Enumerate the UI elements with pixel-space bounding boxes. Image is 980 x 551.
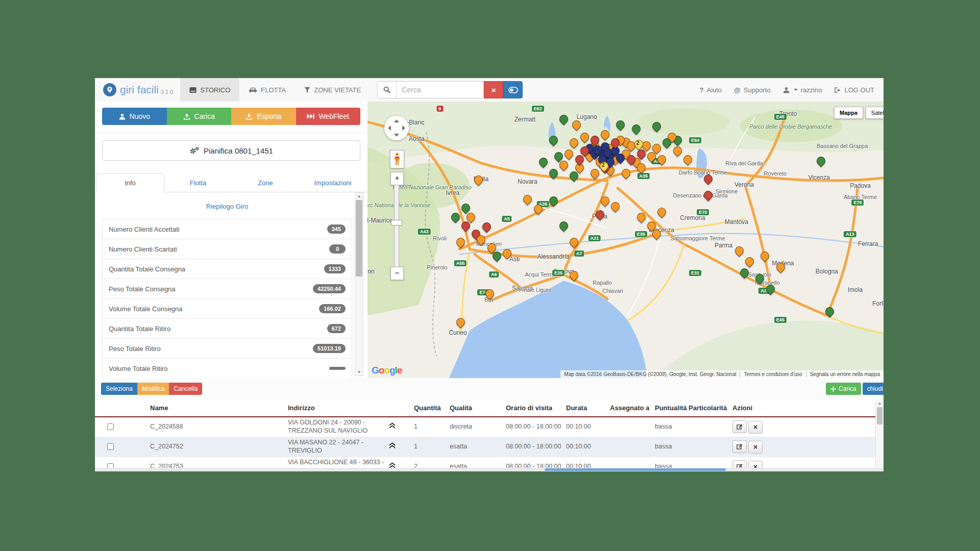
table-scrollbar-thumb[interactable]	[877, 407, 883, 424]
nav-tab-storico[interactable]: STORICO	[180, 78, 239, 102]
logout-button[interactable]: LOG OUT	[828, 78, 880, 102]
delete-row-button[interactable]: ×	[748, 441, 763, 454]
delete-row-button[interactable]: ×	[748, 461, 763, 468]
map-type-satellite[interactable]: Satellite	[866, 107, 884, 119]
gears-icon	[189, 146, 200, 155]
priority-chevrons-icon[interactable]	[388, 464, 396, 468]
edit-row-button[interactable]	[732, 440, 747, 453]
map-canvas[interactable]: Mont-BlancZermattLuganoTrentoAostaBiella…	[368, 102, 884, 378]
pan-left-icon[interactable]	[388, 126, 391, 131]
row-duration: 00:10:00	[566, 463, 591, 468]
road-shield: E64	[689, 137, 701, 143]
user-menu[interactable]: razzino	[777, 78, 828, 102]
scrollbar-thumb[interactable]	[356, 200, 362, 277]
horizontal-scrollbar[interactable]	[95, 468, 884, 471]
search-input[interactable]	[397, 82, 483, 98]
scroll-down-icon[interactable]: ▼	[355, 369, 363, 375]
scroll-up-icon[interactable]: ▲	[355, 193, 363, 199]
row-checkbox[interactable]	[107, 443, 114, 450]
table-row[interactable]: C_2024752VIA MASANO 22 - 24047 - TREVIGL…	[95, 437, 884, 457]
pan-down-icon[interactable]	[394, 134, 399, 137]
tab-zone[interactable]: Zone	[232, 173, 299, 192]
stat-label: Volume Totale Consegna	[109, 305, 182, 313]
row-duration: 00:10:00	[566, 423, 591, 430]
attribution-text[interactable]: Map data ©2016 GeoBasis-DE/BKG (©2009), …	[560, 371, 740, 377]
road-shield: A43	[418, 229, 431, 235]
search-clear-button[interactable]: ×	[484, 81, 503, 98]
carica-table-button[interactable]: Carica	[826, 383, 861, 395]
row-address: VIA MASANO 22 - 24047 - TREVIGLIO	[288, 439, 363, 454]
chiudi-button[interactable]: chiudi	[863, 383, 884, 395]
column-header[interactable]: Puntualità	[655, 404, 689, 412]
road-shield: A7	[574, 251, 584, 257]
seleziona-button[interactable]: Seleziona	[101, 383, 137, 395]
pegman-control[interactable]	[390, 150, 404, 168]
attribution-text[interactable]: Termini e condizioni d'uso	[740, 371, 805, 377]
horizontal-scrollbar-thumb[interactable]	[545, 468, 726, 471]
column-header[interactable]: Name	[141, 404, 279, 412]
road-shield: 9	[436, 106, 443, 112]
edit-row-button[interactable]	[732, 460, 747, 468]
divider	[95, 132, 368, 133]
brand[interactable]: giri facili 3.1.0	[95, 78, 180, 102]
stat-label: Quantita Totale Consegna	[109, 265, 185, 273]
column-header[interactable]: Indirizzo	[279, 404, 388, 412]
pan-right-icon[interactable]	[402, 126, 405, 131]
webfleet-button[interactable]: WebFleet	[296, 108, 361, 125]
attribution-text[interactable]: Segnala un errore nella mappa	[806, 371, 884, 377]
user-icon	[783, 87, 790, 93]
priority-chevrons-icon[interactable]	[388, 444, 396, 451]
edit-row-button[interactable]	[732, 420, 747, 433]
map-label: Forlì	[872, 300, 884, 307]
car-icon	[249, 87, 257, 93]
table-row[interactable]: C_2024753VIA BACCHIGLIONE 49 - 36033 - I…	[95, 457, 884, 468]
modifica-button[interactable]: Modifica	[137, 383, 169, 395]
riepilogo-giro-link[interactable]: Riepilogo Giro	[102, 203, 352, 210]
row-visit-time: 08:00:00 - 18:00:00	[506, 443, 561, 450]
stat-row: Peso Totale Consegna42250.44	[102, 279, 352, 299]
nav-tab-flotta[interactable]: FLOTTA	[239, 78, 295, 102]
pan-up-icon[interactable]	[394, 119, 399, 122]
zoom-out-button[interactable]: −	[390, 267, 404, 280]
column-header[interactable]: Assegnato a	[610, 404, 655, 412]
nav-tab-zone-vietate[interactable]: ZONE VIETATE	[295, 78, 370, 102]
tab-impostazioni[interactable]: Impostazioni	[299, 173, 366, 192]
zoom-in-button[interactable]: +	[390, 172, 404, 185]
zoom-slider-handle[interactable]	[391, 220, 402, 226]
table-scrollbar[interactable]: ▲	[875, 400, 884, 468]
help-link[interactable]: ? Aiuto	[694, 78, 728, 102]
table-header: NameIndirizzoQuantitàQualitàOrario di vi…	[95, 400, 884, 417]
column-header[interactable]: Azioni	[732, 404, 799, 412]
row-checkbox[interactable]	[107, 423, 114, 430]
cancella-button[interactable]: Cancella	[169, 383, 202, 395]
column-header[interactable]: Particolarità	[689, 404, 732, 412]
stat-label: Quantita Totale Ritiro	[109, 325, 170, 333]
row-checkbox[interactable]	[107, 463, 114, 468]
map-type-mappa[interactable]: Mappa	[834, 107, 863, 119]
column-header[interactable]: Quantità	[414, 404, 450, 412]
zoom-slider[interactable]	[394, 185, 399, 267]
priority-chevrons-icon[interactable]	[388, 424, 396, 431]
support-link[interactable]: @ Supporto	[728, 78, 776, 102]
delete-row-button[interactable]: ×	[748, 421, 763, 434]
scroll-up-icon[interactable]: ▲	[876, 400, 884, 407]
row-quality: esatta	[450, 463, 467, 468]
archive-icon	[189, 87, 197, 93]
esporta-button[interactable]: Esporta	[231, 108, 296, 125]
column-header[interactable]: Qualità	[450, 404, 506, 412]
map-label: Sirmione	[716, 188, 738, 194]
nuovo-button[interactable]: Nuovo	[102, 108, 167, 125]
map-pan-control[interactable]	[384, 116, 409, 140]
table-row[interactable]: C_2024588VIA GOLDONI 24 - 20090 - TREZZA…	[95, 417, 884, 437]
column-header[interactable]: Durata	[566, 404, 610, 412]
tab-info[interactable]: Info	[96, 173, 164, 192]
column-header[interactable]: Orario di visita	[506, 404, 566, 412]
panel-scrollbar[interactable]: ▲ ▼	[355, 192, 363, 376]
search-toggle-button[interactable]	[503, 81, 523, 98]
logout-icon	[834, 87, 841, 93]
tab-flotta[interactable]: Flotta	[164, 173, 232, 192]
map-label: Novara	[518, 178, 537, 185]
carica-button[interactable]: Carica	[167, 108, 232, 125]
app-logo-pin-icon	[103, 83, 116, 96]
pianifica-button[interactable]: Pianifica 0801_1451	[102, 140, 360, 161]
